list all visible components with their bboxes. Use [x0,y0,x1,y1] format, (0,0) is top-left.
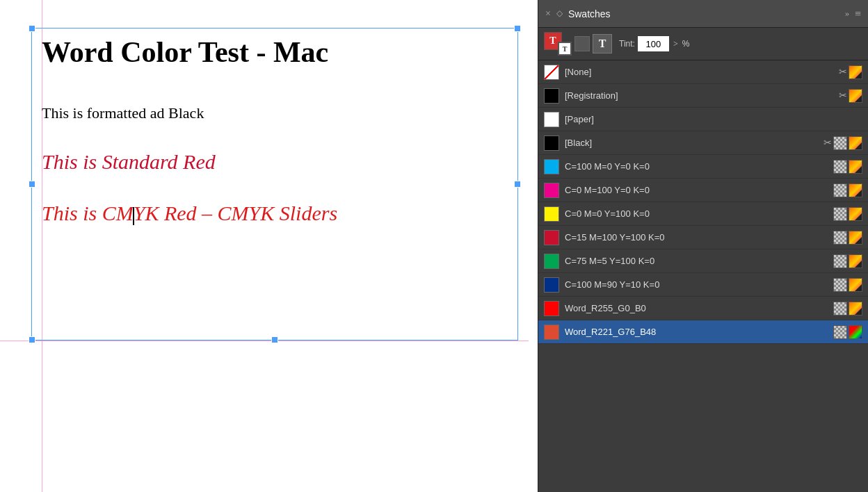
double-arrow-icon[interactable]: » [845,8,849,19]
gamut-icon-y100 [849,207,862,221]
tint-label: Tint: [619,39,635,49]
text-mode-button[interactable]: T [593,34,612,54]
swatch-name-y100: C=0 M=0 Y=100 K=0 [565,208,833,219]
swatches-panel: × ◇ Swatches » ≡ T T T Tint: > % [538,0,868,492]
swatch-color-word-r255 [544,301,559,316]
stroke-color-box: T [558,42,572,56]
swatch-color-c100 [544,159,559,174]
swatch-icons-m100 [833,183,862,197]
swatch-color-warm-red [544,230,559,245]
gamut-icon-word-r255 [849,302,862,315]
checker-icon-reflex-blue [833,278,847,292]
swatch-color-none [544,65,559,80]
swatch-icons-reflex-blue [833,278,862,292]
swatch-icons-word-r221 [833,325,862,339]
swatch-row-word-r255[interactable]: Word_R255_G0_B0 [538,297,868,320]
gamut-icon-black [849,136,862,150]
swatch-name-c100: C=100 M=0 Y=0 K=0 [565,161,833,172]
panel-menu-icon[interactable]: ≡ [855,8,861,20]
swatch-color-registration [544,88,559,104]
scissors-icon-black: ✂ [823,137,832,149]
swatch-color-paper [544,112,559,127]
canvas-content: Word Color Test - Mac This is formatted … [42,35,337,225]
swatch-row-y100[interactable]: C=0 M=0 Y=100 K=0 [538,202,868,226]
swatch-row-warm-red[interactable]: C=15 M=100 Y=100 K=0 [538,226,868,249]
swatches-list: [None]✂[Registration]✂[Paper][Black]✂C=1… [538,60,868,492]
swatches-toolbar: T T T Tint: > % [538,28,868,60]
gamut-icon-word-r221 [849,325,862,339]
tint-value-input[interactable] [638,36,669,51]
handle-mid-right[interactable] [514,181,521,188]
swatch-name-word-r255: Word_R255_G0_B0 [565,303,833,313]
swatch-row-c100[interactable]: C=100 M=0 Y=0 K=0 [538,155,868,179]
gamut-icon-none [849,65,862,79]
stroke-t-letter: T [563,45,568,53]
swatch-icons-y100 [833,207,862,221]
checker-icon-green [833,254,847,268]
swatch-icons-c100 [833,160,862,174]
swatch-color-reflex-blue [544,277,559,293]
gamut-icon-green [849,254,862,268]
swatch-name-reflex-blue: C=100 M=90 Y=10 K=0 [565,279,833,290]
handle-top-left[interactable] [29,25,35,32]
swatch-name-none: [None] [565,67,839,77]
gamut-icon-registration [849,89,862,103]
fill-stroke-icon[interactable]: T T [544,32,572,56]
panel-title: Swatches [568,8,611,19]
checkbox-icon[interactable] [574,36,590,51]
swatch-row-reflex-blue[interactable]: C=100 M=90 Y=10 K=0 [538,273,868,297]
swatch-row-black[interactable]: [Black]✂ [538,131,868,155]
text-t-letter: T [599,38,606,50]
close-icon[interactable]: × [545,8,551,19]
scissors-icon-none: ✂ [839,66,847,78]
swatch-row-paper[interactable]: [Paper] [538,108,868,131]
checker-icon-c100 [833,160,847,174]
swatch-color-m100 [544,183,559,198]
checker-icon-y100 [833,207,847,221]
canvas-line3-part2: YK Red – CMYK Sliders [134,202,337,224]
swatch-name-registration: [Registration] [565,90,839,101]
swatch-icons-registration: ✂ [839,89,862,103]
swatch-row-green[interactable]: C=75 M=5 Y=100 K=0 [538,249,868,273]
swatch-name-green: C=75 M=5 Y=100 K=0 [565,256,833,266]
swatch-name-warm-red: C=15 M=100 Y=100 K=0 [565,232,833,243]
checker-icon-word-r255 [833,302,847,315]
canvas-line2: This is Standard Red [42,150,337,174]
guide-line-horizontal [0,341,529,341]
swatch-row-m100[interactable]: C=0 M=100 Y=0 K=0 [538,179,868,202]
fill-t-letter: T [549,35,556,47]
swatch-row-registration[interactable]: [Registration]✂ [538,84,868,108]
swatch-name-m100: C=0 M=100 Y=0 K=0 [565,185,833,195]
gamut-icon-warm-red [849,231,862,245]
swatch-row-none[interactable]: [None]✂ [538,60,868,84]
swatch-icons-green [833,254,862,268]
canvas-line3-part1: This is CM [42,202,134,224]
percent-label: % [682,39,690,49]
swatch-icons-warm-red [833,231,862,245]
handle-mid-left[interactable] [29,181,35,188]
checker-icon-word-r221 [833,325,847,339]
swatch-row-word-r221[interactable]: Word_R221_G76_B48 [538,320,868,344]
checker-icon-black [833,136,847,150]
handle-top-right[interactable] [514,25,521,32]
tint-arrow-icon[interactable]: > [672,38,680,51]
swatch-icons-black: ✂ [823,136,862,150]
handle-bottom-mid[interactable] [271,336,278,343]
gamut-icon-m100 [849,183,862,197]
diamond-icon: ◇ [556,8,563,19]
canvas-line1: This is formatted ad Black [42,104,337,122]
swatch-color-black [544,136,559,151]
canvas-area: Word Color Test - Mac This is formatted … [0,0,538,492]
swatch-color-green [544,254,559,269]
swatch-name-black: [Black] [565,138,823,148]
swatch-color-word-r221 [544,325,559,340]
swatch-name-paper: [Paper] [565,114,862,124]
swatch-icons-none: ✂ [839,65,862,79]
swatch-icons-word-r255 [833,302,862,315]
panel-header: × ◇ Swatches » ≡ [538,0,868,28]
panel-header-left: × ◇ Swatches [545,8,611,19]
swatch-name-word-r221: Word_R221_G76_B48 [565,327,833,337]
gamut-icon-c100 [849,160,862,174]
canvas-title: Word Color Test - Mac [42,35,337,69]
handle-bottom-left[interactable] [29,336,35,343]
